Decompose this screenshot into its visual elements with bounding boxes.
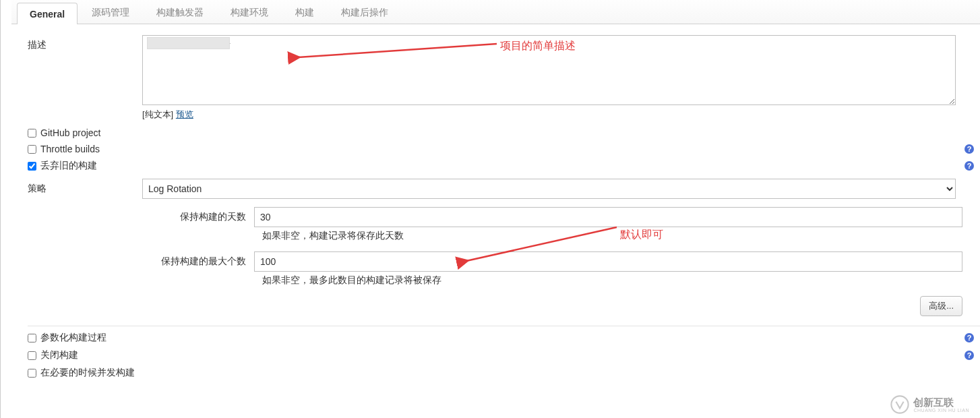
disable-build-label: 关闭构建: [40, 349, 78, 361]
github-project-checkbox[interactable]: [28, 129, 36, 138]
tab-scm[interactable]: 源码管理: [79, 1, 142, 24]
param-build-label: 参数化构建过程: [40, 332, 106, 344]
disable-build-checkbox[interactable]: [28, 351, 36, 360]
section-divider: [28, 326, 980, 326]
help-icon[interactable]: ?: [964, 160, 975, 171]
discard-old-label: 丢弃旧的构建: [40, 160, 97, 172]
concurrent-build-checkbox[interactable]: [28, 369, 36, 378]
days-to-keep-input[interactable]: [254, 207, 962, 227]
tab-build[interactable]: 构建: [282, 1, 327, 24]
help-icon[interactable]: ?: [964, 350, 975, 361]
help-icon[interactable]: ?: [964, 332, 975, 343]
svg-text:?: ?: [967, 145, 972, 153]
tab-triggers[interactable]: 构建触发器: [144, 1, 216, 24]
config-tab-strip: General 源码管理 构建触发器 构建环境 构建 构建后操作: [11, 0, 980, 24]
svg-text:?: ?: [967, 351, 972, 359]
description-mode: [纯文本] 预览: [142, 109, 956, 121]
param-build-checkbox[interactable]: [28, 334, 36, 342]
watermark: 创新互联 CHUANG XIN HU LIAN: [890, 395, 969, 414]
svg-text:?: ?: [967, 334, 972, 342]
max-to-keep-input[interactable]: [254, 251, 962, 272]
throttle-builds-label: Throttle builds: [40, 144, 100, 154]
watermark-sub: CHUANG XIN HU LIAN: [913, 408, 969, 413]
discard-old-row: 丢弃旧的构建 ?: [11, 157, 980, 175]
github-project-row: GitHub project: [11, 125, 980, 141]
plaintext-label: [纯文本]: [142, 109, 176, 119]
tab-general[interactable]: General: [17, 3, 78, 24]
tab-post[interactable]: 构建后操作: [328, 1, 401, 24]
tab-env[interactable]: 构建环境: [218, 1, 281, 24]
preview-link[interactable]: 预览: [176, 109, 193, 119]
description-label: 描述: [28, 35, 142, 51]
concurrent-build-label: 在必要的时候并发构建: [40, 367, 135, 379]
concurrent-build-row: 在必要的时候并发构建: [11, 364, 980, 382]
description-textarea[interactable]: [142, 35, 956, 105]
discard-old-checkbox[interactable]: [28, 162, 36, 171]
svg-point-10: [892, 396, 909, 413]
watermark-logo-icon: [890, 395, 909, 414]
disable-build-row: 关闭构建 ?: [11, 347, 980, 364]
svg-text:?: ?: [967, 162, 972, 170]
throttle-builds-checkbox[interactable]: [28, 145, 36, 154]
days-to-keep-label: 保持构建的天数: [153, 211, 254, 223]
max-to-keep-hint: 如果非空，最多此数目的构建记录将被保存: [11, 272, 980, 292]
advanced-button[interactable]: 高级...: [920, 296, 962, 316]
max-to-keep-label: 保持构建的最大个数: [153, 256, 254, 268]
github-project-label: GitHub project: [40, 127, 100, 138]
strategy-select[interactable]: Log Rotation: [142, 179, 956, 199]
redaction-overlay: [147, 37, 230, 49]
watermark-title: 创新互联: [913, 397, 969, 407]
param-build-row: 参数化构建过程 ?: [11, 329, 980, 347]
throttle-builds-row: Throttle builds ?: [11, 141, 980, 157]
strategy-label: 策略: [28, 179, 142, 195]
help-icon[interactable]: ?: [964, 144, 975, 154]
days-to-keep-hint: 如果非空，构建记录将保存此天数: [11, 227, 980, 247]
